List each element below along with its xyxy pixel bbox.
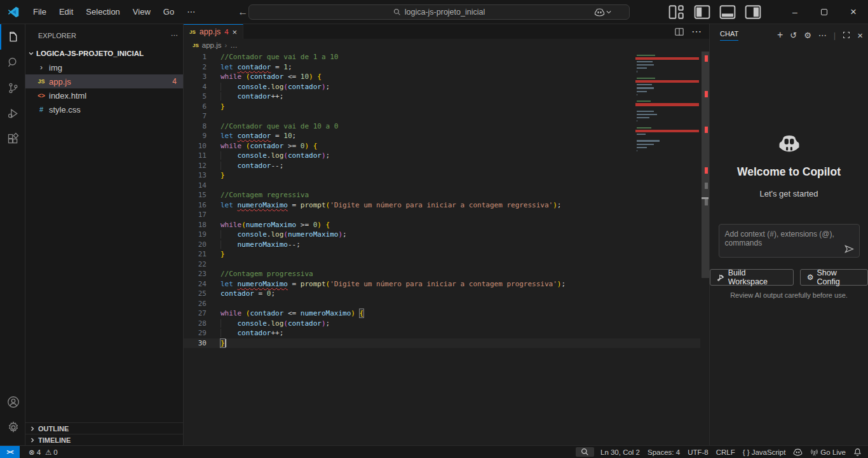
- line-number: 3: [184, 72, 207, 82]
- code-line-6[interactable]: 6}: [184, 102, 709, 112]
- overview-ruler-scrollbar[interactable]: [700, 52, 709, 445]
- code-line-21[interactable]: 21}: [184, 249, 709, 260]
- send-icon[interactable]: [844, 245, 854, 253]
- timeline-section[interactable]: TIMELINE: [25, 434, 183, 445]
- magnifier-indicator[interactable]: [576, 447, 594, 457]
- chat-settings-gear-icon[interactable]: ⚙: [804, 31, 811, 40]
- warning-icon: ⚠: [45, 448, 51, 457]
- code-editor[interactable]: 1//Contador que vai de 1 a 102let contad…: [184, 52, 709, 445]
- minimize-button[interactable]: –: [780, 0, 810, 24]
- code-line-24[interactable]: 24let numeroMaximo = prompt('Digite um n…: [184, 279, 709, 289]
- code-line-13[interactable]: 13}: [184, 170, 709, 181]
- outline-section[interactable]: OUTLINE: [25, 422, 183, 434]
- eol-sequence[interactable]: CRLF: [712, 446, 739, 458]
- tab-appjs[interactable]: JS app.js 4 ×: [184, 24, 243, 39]
- code-line-2[interactable]: 2let contador = 1;: [184, 62, 709, 73]
- maximize-panel-icon[interactable]: [843, 31, 850, 39]
- file-style-css[interactable]: #style.css: [25, 102, 183, 116]
- line-number: 10: [184, 141, 207, 151]
- customize-layout-icon[interactable]: [667, 4, 686, 20]
- cursor-position[interactable]: Ln 30, Col 2: [597, 446, 644, 458]
- code-line-1[interactable]: 1//Contador que vai de 1 a 10: [184, 52, 709, 62]
- line-number: 14: [184, 181, 207, 191]
- menu-selection[interactable]: Selection: [80, 4, 125, 19]
- code-line-25[interactable]: 25contador = 0;: [184, 289, 709, 299]
- explorer-more-icon[interactable]: ⋯: [171, 31, 178, 39]
- toggle-panel-icon[interactable]: [718, 4, 737, 20]
- code-line-27[interactable]: 27while (contador <= numeroMaximo) {: [184, 309, 709, 319]
- tab-close-icon[interactable]: ×: [233, 27, 238, 37]
- problems-indicator[interactable]: ⊗ 4 ⚠ 0: [25, 446, 62, 458]
- encoding[interactable]: UTF-8: [684, 446, 712, 458]
- copilot-menu-button[interactable]: [594, 8, 611, 17]
- extensions-icon[interactable]: [0, 126, 25, 151]
- build-workspace-button[interactable]: Build Workspace: [710, 269, 794, 286]
- code-line-3[interactable]: 3while (contador <= 10) {: [184, 72, 709, 82]
- code-line-19[interactable]: 19 console.log(numeroMaximo);: [184, 230, 709, 240]
- code-line-16[interactable]: 16let numeroMaximo = prompt('Digite um n…: [184, 200, 709, 211]
- close-button[interactable]: ×: [839, 0, 868, 24]
- code-line-28[interactable]: 28 console.log(contador);: [184, 319, 709, 329]
- show-config-button[interactable]: ⚙ Show Config: [800, 269, 868, 286]
- code-line-17[interactable]: 17: [184, 210, 709, 220]
- code-line-30[interactable]: 30}: [184, 338, 709, 349]
- code-line-20[interactable]: 20 numeroMaximo--;: [184, 240, 709, 250]
- notifications-bell-icon[interactable]: [850, 446, 868, 458]
- code-line-11[interactable]: 11 console.log(contador);: [184, 151, 709, 161]
- back-arrow[interactable]: ←: [238, 6, 248, 18]
- code-line-7[interactable]: 7: [184, 111, 709, 121]
- search-sidebar-icon[interactable]: [0, 50, 25, 75]
- history-icon[interactable]: ↺: [790, 31, 797, 40]
- remote-indicator[interactable]: ><: [0, 446, 20, 458]
- chat-tab[interactable]: CHAT: [720, 30, 738, 41]
- editor-more-icon[interactable]: ⋯: [691, 25, 702, 38]
- settings-gear-icon[interactable]: [0, 415, 25, 440]
- code-line-22[interactable]: 22: [184, 260, 709, 270]
- code-line-12[interactable]: 12 contador--;: [184, 161, 709, 171]
- workspace-root-folder[interactable]: LOGICA-JS-PROJETO_INICIAL: [25, 46, 183, 60]
- scrollbar-thumb[interactable]: [702, 52, 709, 278]
- menu-go[interactable]: Go: [158, 4, 180, 19]
- line-number: 4: [184, 82, 207, 92]
- menu-edit[interactable]: Edit: [53, 4, 79, 19]
- minimap[interactable]: [635, 53, 699, 153]
- menu-view[interactable]: View: [127, 4, 156, 19]
- code-line-18[interactable]: 18while(numeroMaximo >= 0) {: [184, 220, 709, 230]
- chat-more-icon[interactable]: ⋯: [818, 31, 827, 40]
- go-live-button[interactable]: Go Live: [806, 446, 850, 458]
- file-index-html[interactable]: <>index.html: [25, 88, 183, 102]
- code-line-26[interactable]: 26: [184, 299, 709, 309]
- file-app-js[interactable]: JSapp.js4: [25, 74, 183, 88]
- language-mode[interactable]: { } JavaScript: [739, 446, 790, 458]
- command-center-search[interactable]: logica-js-projeto_inicial: [248, 4, 630, 20]
- explorer-icon[interactable]: [0, 24, 25, 50]
- code-line-4[interactable]: 4 console.log(contador);: [184, 82, 709, 92]
- split-editor-icon[interactable]: [675, 27, 684, 36]
- source-control-icon[interactable]: [0, 75, 25, 101]
- toggle-secondary-sidebar-icon[interactable]: [743, 4, 763, 20]
- code-line-14[interactable]: 14: [184, 181, 709, 191]
- code-line-15[interactable]: 15//Contagem regressiva: [184, 190, 709, 200]
- copilot-status[interactable]: [789, 446, 806, 458]
- code-line-8[interactable]: 8//Contador que vai de 10 a 0: [184, 121, 709, 132]
- new-chat-icon[interactable]: +: [777, 29, 783, 41]
- line-number: 30: [184, 338, 207, 349]
- run-debug-icon[interactable]: [0, 101, 25, 126]
- toggle-primary-sidebar-icon[interactable]: [693, 4, 712, 20]
- file-img[interactable]: ›img: [25, 60, 183, 74]
- code-line-5[interactable]: 5 contador++;: [184, 92, 709, 102]
- code-line-10[interactable]: 10while (contador >= 0) {: [184, 141, 709, 151]
- menu-overflow-icon[interactable]: ⋯: [181, 4, 201, 19]
- code-line-29[interactable]: 29 contador++;: [184, 328, 709, 338]
- account-icon[interactable]: [0, 389, 25, 415]
- close-panel-icon[interactable]: ×: [857, 30, 863, 41]
- chat-input[interactable]: Add context (#), extensions (@), command…: [719, 224, 860, 258]
- code-line-9[interactable]: 9let contador = 10;: [184, 131, 709, 141]
- copilot-icon: [594, 8, 605, 17]
- breadcrumb[interactable]: JS app.js › …: [184, 39, 709, 52]
- indentation[interactable]: Spaces: 4: [644, 446, 684, 458]
- chat-welcome-title: Welcome to Copilot: [737, 165, 841, 179]
- code-line-23[interactable]: 23//Contagem progressiva: [184, 269, 709, 279]
- restore-button[interactable]: [810, 0, 839, 24]
- menu-file[interactable]: File: [27, 4, 52, 19]
